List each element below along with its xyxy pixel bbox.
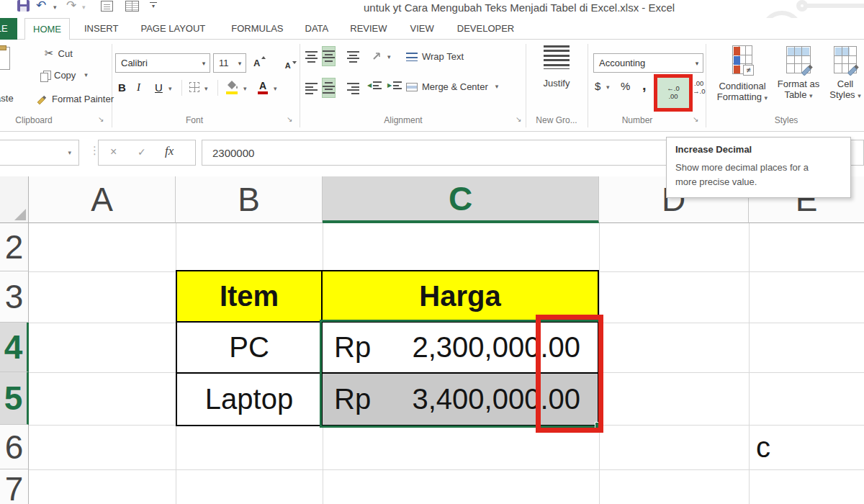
merge-center-icon: [406, 83, 418, 91]
decrease-indent-button[interactable]: ◀: [367, 81, 382, 89]
column-header-b[interactable]: B: [176, 176, 323, 223]
comma-style-button[interactable]: ,: [642, 77, 647, 94]
redo-button[interactable]: ↷: [66, 0, 76, 13]
select-all-corner[interactable]: [0, 176, 29, 223]
wrap-text-icon: [406, 53, 418, 61]
redo-dropdown-icon[interactable]: ▾: [82, 4, 86, 11]
align-center-button[interactable]: [323, 78, 335, 97]
align-bottom-button[interactable]: [347, 51, 359, 63]
row-header-2[interactable]: 2: [0, 223, 29, 271]
cell-b3[interactable]: Item: [176, 270, 323, 323]
increase-decimal-button[interactable]: ←.0 .00: [657, 78, 689, 108]
number-dialog-launcher-icon[interactable]: ↘: [693, 116, 698, 123]
tab-developer[interactable]: DEVELOPER: [449, 18, 522, 40]
decrease-font-size-button[interactable]: A: [285, 61, 291, 70]
tab-insert[interactable]: INSERT: [76, 18, 126, 40]
cell-styles-button[interactable]: Cell Styles ▾: [825, 44, 864, 100]
row-header-3[interactable]: 3: [0, 271, 29, 323]
cell-e6[interactable]: c: [749, 425, 864, 469]
tooltip: Increase Decimal Show more decimal place…: [666, 137, 851, 198]
bold-button[interactable]: B: [118, 81, 126, 94]
fill-handle[interactable]: [595, 422, 603, 430]
align-top-button[interactable]: [305, 51, 318, 63]
font-size-dropdown-icon[interactable]: ▾: [234, 60, 246, 67]
insert-function-icon[interactable]: fx: [165, 144, 174, 158]
tab-view[interactable]: VIEW: [402, 18, 442, 40]
name-box-dropdown-icon[interactable]: ▾: [68, 149, 71, 156]
increase-indent-button[interactable]: ▶: [387, 81, 402, 89]
copy-dropdown-icon[interactable]: ▾: [84, 72, 88, 78]
cell-styles-dropdown-icon[interactable]: ▾: [858, 92, 861, 99]
merge-center-dropdown-icon[interactable]: ▾: [495, 84, 499, 90]
column-header-c[interactable]: C: [323, 176, 599, 223]
number-format-dropdown-icon[interactable]: ▾: [691, 60, 703, 67]
copy-button[interactable]: Copy ▾: [40, 70, 88, 81]
justify-button[interactable]: Justify: [534, 45, 579, 89]
customize-qat-button[interactable]: ▾: [150, 2, 157, 9]
orientation-dropdown-icon[interactable]: ▾: [387, 54, 391, 60]
cell-c4[interactable]: Rp 2,300,000.00: [321, 321, 599, 374]
fill-color-icon[interactable]: [226, 80, 239, 90]
enter-icon[interactable]: ✓: [138, 146, 146, 158]
font-family-dropdown-icon[interactable]: ▾: [198, 60, 210, 67]
number-format-combo[interactable]: Accounting ▾: [593, 53, 703, 73]
cell-c4-value: 2,300,000.00: [412, 331, 580, 364]
orientation-icon[interactable]: [372, 50, 383, 61]
alignment-dialog-launcher-icon[interactable]: ↘: [516, 116, 521, 123]
format-painter-button[interactable]: Format Painter: [36, 93, 114, 104]
font-color-dropdown-icon[interactable]: ▾: [274, 86, 277, 92]
styles-group-label: Styles: [765, 115, 808, 125]
row-header-4[interactable]: 4: [0, 323, 29, 372]
merge-center-button[interactable]: Merge & Center ▾: [406, 81, 498, 92]
row-header-7[interactable]: 7: [0, 469, 29, 504]
cell-b4[interactable]: PC: [176, 321, 323, 374]
ribbon: Paste ✂ Cut Copy ▾ Format Painter Clipbo…: [0, 40, 864, 132]
borders-dropdown-icon[interactable]: ▾: [204, 86, 208, 92]
increase-font-size-button[interactable]: A: [253, 58, 260, 68]
format-as-table-button[interactable]: Format as Table ▾: [775, 44, 822, 100]
cancel-icon[interactable]: ×: [110, 145, 117, 158]
name-box[interactable]: ▾: [0, 140, 79, 166]
paste-button[interactable]: Paste: [0, 45, 22, 106]
tab-formulas[interactable]: FORMULAS: [223, 18, 291, 40]
row-header-6[interactable]: 6: [0, 425, 29, 469]
touch-mode-button[interactable]: [101, 1, 113, 12]
cell-c5[interactable]: Rp 3,400,000.00: [321, 372, 599, 426]
tab-file[interactable]: FILE: [0, 18, 17, 40]
row-header-5[interactable]: 5: [0, 372, 29, 425]
fill-color-dropdown-icon[interactable]: ▾: [243, 86, 247, 92]
tab-page-layout[interactable]: PAGE LAYOUT: [132, 18, 213, 40]
quick-print-button[interactable]: [125, 1, 139, 12]
wrap-text-button[interactable]: Wrap Text: [406, 51, 464, 62]
save-button[interactable]: [17, 0, 30, 12]
underline-dropdown-icon[interactable]: ▾: [168, 86, 172, 92]
align-right-button[interactable]: [347, 83, 359, 94]
percent-style-button[interactable]: %: [621, 80, 630, 92]
conditional-formatting-dropdown-icon[interactable]: ▾: [765, 94, 768, 102]
clipboard-dialog-launcher-icon[interactable]: ↘: [98, 116, 104, 123]
decrease-decimal-button[interactable]: .00 →.0: [693, 80, 705, 96]
cut-button[interactable]: ✂ Cut: [45, 47, 73, 60]
tab-data[interactable]: DATA: [297, 18, 337, 40]
font-color-button[interactable]: A: [259, 80, 266, 91]
italic-button[interactable]: I: [137, 81, 140, 94]
conditional-formatting-button[interactable]: ≠ Conditional Formatting ▾: [711, 44, 773, 102]
cell-c3[interactable]: Harga: [321, 270, 599, 323]
align-middle-button[interactable]: [323, 47, 335, 66]
undo-button[interactable]: ↶: [36, 0, 46, 13]
clipboard-group-label: Clipboard: [9, 115, 59, 125]
format-as-table-dropdown-icon[interactable]: ▾: [809, 92, 813, 99]
align-left-button[interactable]: [305, 83, 318, 94]
font-family-combo[interactable]: Calibri ▾: [115, 53, 210, 73]
cell-b5[interactable]: Laptop: [176, 372, 323, 426]
accounting-dropdown-icon[interactable]: ▾: [606, 84, 610, 91]
tab-home[interactable]: HOME: [24, 18, 70, 40]
tab-review[interactable]: REVIEW: [342, 18, 395, 40]
column-header-a[interactable]: A: [29, 176, 176, 223]
underline-button[interactable]: U: [155, 81, 163, 94]
accounting-format-button[interactable]: $: [595, 80, 600, 92]
borders-icon[interactable]: [189, 82, 199, 92]
undo-dropdown-icon[interactable]: ▾: [53, 4, 57, 11]
font-dialog-launcher-icon[interactable]: ↘: [287, 116, 292, 123]
font-size-combo[interactable]: 11 ▾: [213, 53, 246, 73]
